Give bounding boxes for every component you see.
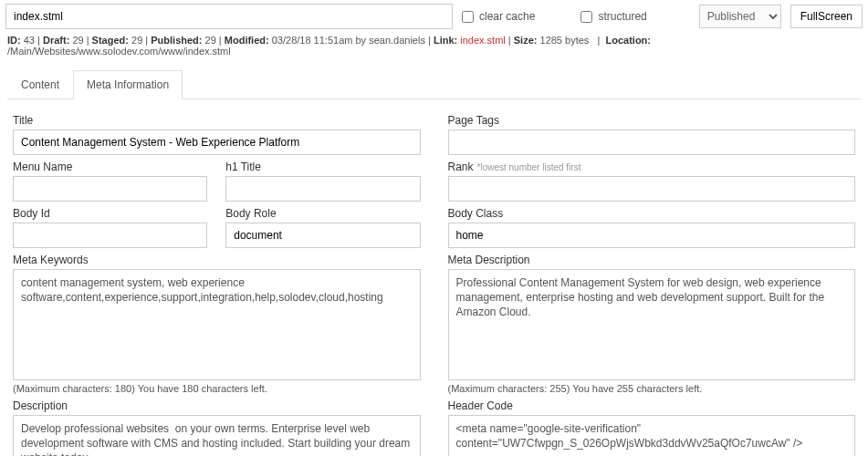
description-label: Description [13, 399, 421, 412]
title-input[interactable] [13, 130, 421, 155]
rank-hint: *lowest number listed first [477, 162, 581, 172]
body-role-label: Body Role [225, 207, 420, 220]
top-bar: clear cache structured Published FullScr… [0, 0, 868, 33]
h1-title-input[interactable] [225, 176, 420, 202]
meta-description-label: Meta Description [448, 254, 856, 266]
description-textarea[interactable]: Develop professional websites on your ow… [13, 415, 421, 456]
meta-keywords-counter: (Maximum characters: 180) You have 180 c… [13, 383, 421, 394]
clear-cache-checkbox[interactable]: clear cache [462, 10, 535, 23]
filename-input[interactable] [5, 4, 453, 29]
meta-info-panel: Title Menu Name h1 Title Body Id Body Ro… [0, 99, 868, 456]
clear-cache-label: clear cache [479, 10, 535, 23]
body-class-input[interactable] [448, 223, 856, 248]
structured-box[interactable] [580, 11, 592, 23]
structured-label: structured [598, 10, 646, 23]
publish-state-select[interactable]: Published [699, 5, 781, 28]
body-id-label: Body Id [13, 207, 207, 220]
clear-cache-box[interactable] [462, 11, 474, 23]
meta-description-counter: (Maximum characters: 255) You have 255 c… [448, 383, 856, 394]
h1-title-label: h1 Title [225, 161, 420, 173]
meta-keywords-textarea[interactable]: content management system, web experienc… [13, 269, 421, 380]
tab-bar: Content Meta Information [7, 69, 861, 99]
header-code-label: Header Code [448, 399, 856, 412]
header-code-textarea[interactable]: <meta name="google-site-verification" co… [448, 415, 856, 456]
tab-meta-information[interactable]: Meta Information [73, 70, 183, 99]
fullscreen-button[interactable]: FullScreen [790, 5, 863, 28]
title-label: Title [13, 114, 421, 127]
body-role-input[interactable] [225, 223, 420, 248]
body-id-input[interactable] [13, 223, 207, 248]
tab-content[interactable]: Content [7, 70, 73, 99]
right-column: Page Tags Rank*lowest number listed firs… [448, 109, 856, 456]
meta-description-textarea[interactable]: Professional Content Management System f… [448, 269, 856, 380]
structured-checkbox[interactable]: structured [580, 10, 646, 23]
page-tags-input[interactable] [448, 130, 856, 155]
file-details-bar: ID: 43 | Draft: 29 | Staged: 29 | Publis… [0, 33, 868, 62]
left-column: Title Menu Name h1 Title Body Id Body Ro… [13, 109, 421, 456]
body-class-label: Body Class [448, 207, 856, 220]
page-tags-label: Page Tags [448, 114, 856, 127]
rank-label: Rank*lowest number listed first [448, 161, 856, 173]
menu-name-label: Menu Name [13, 161, 207, 173]
meta-keywords-label: Meta Keywords [13, 254, 421, 266]
rank-input[interactable] [448, 176, 856, 202]
file-link[interactable]: index.stml [460, 35, 506, 46]
menu-name-input[interactable] [13, 176, 207, 202]
